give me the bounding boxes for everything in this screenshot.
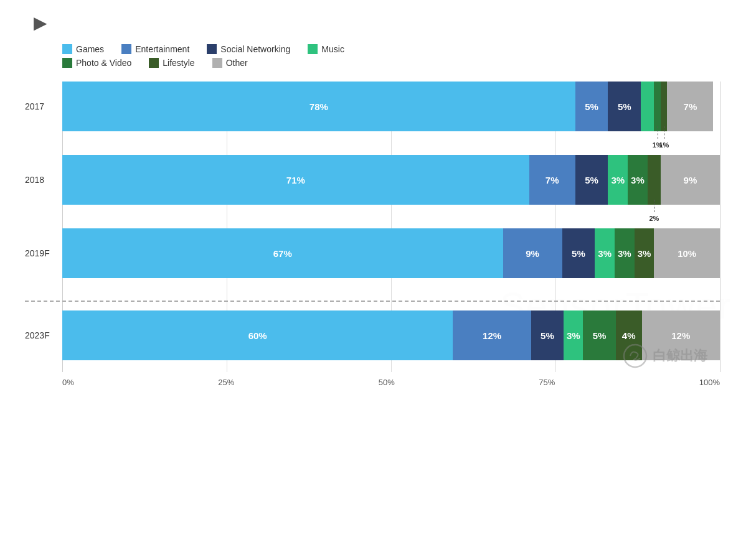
segment-2018-entertainment: 7% xyxy=(529,155,575,205)
legend-color-lifestyle xyxy=(149,58,159,68)
bar-2019F: 67%9%5%3%3%3%10% xyxy=(62,228,720,278)
segment-label-2023F-social_networking: 5% xyxy=(541,330,554,341)
legend-label-other: Other xyxy=(226,58,248,68)
callout-2018: 2% xyxy=(62,205,720,228)
segment-2017-social_networking: 5% xyxy=(608,82,641,131)
segment-label-2019F-entertainment: 9% xyxy=(526,248,539,259)
chart-legend: GamesEntertainmentSocial NetworkingMusic… xyxy=(62,44,726,68)
row-spacer-3 xyxy=(62,360,720,373)
bar-2023F: 60%12%5%3%5%4%12% xyxy=(62,310,720,360)
legend-color-photo_video xyxy=(62,58,72,68)
legend-item-games: Games xyxy=(62,44,104,54)
callout-line-photo xyxy=(658,126,658,139)
row-2017: 201778%5%5%7% xyxy=(62,82,720,131)
segment-2019F-social_networking: 5% xyxy=(562,228,595,278)
segment-2019F-other: 10% xyxy=(654,228,720,278)
row-2018: 201871%7%5%3%3%9% xyxy=(62,155,720,205)
segment-2018-other: 9% xyxy=(661,155,720,205)
segment-2019F-photo_video: 3% xyxy=(615,228,635,278)
segment-label-2019F-games: 67% xyxy=(273,248,292,259)
legend-color-other xyxy=(212,58,222,68)
segment-2019F-entertainment: 9% xyxy=(503,228,562,278)
header-arrow: ▶ xyxy=(34,12,47,33)
legend-item-social_networking: Social Networking xyxy=(207,44,290,54)
segment-label-2023F-games: 60% xyxy=(248,330,267,341)
segment-2023F-games: 60% xyxy=(62,310,453,360)
segment-label-2018-music: 3% xyxy=(611,175,625,185)
bar-2017: 78%5%5%7% xyxy=(62,82,720,131)
segment-label-2019F-music: 3% xyxy=(598,248,612,259)
legend-item-other: Other xyxy=(212,58,248,68)
segment-label-2023F-other: 12% xyxy=(671,330,690,341)
legend-label-lifestyle: Lifestyle xyxy=(163,58,194,68)
year-label-2023F: 2023F xyxy=(25,330,50,340)
segment-2018-social_networking: 5% xyxy=(575,155,608,205)
segment-label-2023F-lifestyle: 4% xyxy=(622,330,636,341)
x-axis: 0% 25% 50% 75% 100% xyxy=(62,378,720,387)
bar-2018: 71%7%5%3%3%9% xyxy=(62,155,720,205)
segment-label-2018-games: 71% xyxy=(286,175,305,185)
segment-label-2017-social_networking: 5% xyxy=(618,101,631,112)
segment-2019F-games: 67% xyxy=(62,228,503,278)
segment-label-2023F-photo_video: 5% xyxy=(593,330,607,341)
segment-label-2017-entertainment: 5% xyxy=(585,101,598,112)
legend-label-games: Games xyxy=(76,44,104,54)
legend-item-entertainment: Entertainment xyxy=(121,44,189,54)
dashed-line xyxy=(25,301,720,302)
segment-2017-lifestyle xyxy=(661,82,668,131)
row-2023F: 2023F60%12%5%3%5%4%12% xyxy=(62,310,720,360)
segment-label-2018-social_networking: 5% xyxy=(585,175,598,185)
row-2019F: 2019F67%9%5%3%3%3%10% xyxy=(62,228,720,278)
x-label-100: 100% xyxy=(699,378,720,387)
x-label-0: 0% xyxy=(62,378,74,387)
segment-label-2018-photo_video: 3% xyxy=(631,175,645,185)
legend-color-games xyxy=(62,44,72,54)
legend-label-music: Music xyxy=(321,44,344,54)
segment-label-2023F-music: 3% xyxy=(567,330,580,341)
x-label-75: 75% xyxy=(539,378,555,387)
row-spacer-2 xyxy=(62,278,720,291)
callout-text-2018-lifestyle: 2% xyxy=(649,215,659,222)
segment-2023F-other: 12% xyxy=(642,310,720,360)
chart-area: 201778%5%5%7% 1% 1% 201871%7%5%3%3%9% 2%… xyxy=(62,82,720,387)
segment-label-2017-games: 78% xyxy=(309,101,328,112)
segment-2019F-music: 3% xyxy=(595,228,615,278)
segment-2023F-social_networking: 5% xyxy=(531,310,564,360)
x-label-25: 25% xyxy=(218,378,234,387)
legend-label-social_networking: Social Networking xyxy=(220,44,290,54)
legend-label-entertainment: Entertainment xyxy=(135,44,189,54)
segment-2019F-lifestyle: 3% xyxy=(635,228,654,278)
segment-label-2019F-photo_video: 3% xyxy=(618,248,631,259)
segment-2023F-music: 3% xyxy=(564,310,583,360)
callout-line-lifestyle xyxy=(664,126,664,139)
chart-wrapper: SensorTower 201778%5%5%7% 1% 1% 201871%7… xyxy=(25,82,726,387)
segment-2023F-photo_video: 5% xyxy=(583,310,615,360)
legend-item-photo_video: Photo & Video xyxy=(62,58,131,68)
legend-color-social_networking xyxy=(207,44,217,54)
segment-2018-games: 71% xyxy=(62,155,529,205)
segment-label-2019F-other: 10% xyxy=(678,248,696,259)
segment-2023F-entertainment: 12% xyxy=(453,310,531,360)
segment-label-2017-other: 7% xyxy=(684,101,697,112)
segment-2018-photo_video: 3% xyxy=(628,155,648,205)
callout-2017: 1% 1% xyxy=(62,131,720,155)
callout-text-lifestyle: 1% xyxy=(659,141,669,149)
legend-item-lifestyle: Lifestyle xyxy=(149,58,194,68)
segment-2017-music xyxy=(641,82,654,131)
segment-2017-other: 7% xyxy=(667,82,713,131)
segment-2018-music: 3% xyxy=(608,155,628,205)
year-label-2017: 2017 xyxy=(25,101,44,111)
legend-color-entertainment xyxy=(121,44,131,54)
segment-label-2019F-lifestyle: 3% xyxy=(638,248,651,259)
segment-label-2018-entertainment: 7% xyxy=(546,175,559,185)
callout-line-2018-lifestyle xyxy=(654,200,654,212)
segment-label-2019F-social_networking: 5% xyxy=(572,248,585,259)
segment-2023F-lifestyle: 4% xyxy=(616,310,642,360)
segment-2017-entertainment: 5% xyxy=(575,82,608,131)
dashed-separator xyxy=(62,291,720,310)
segment-2018-lifestyle xyxy=(648,155,661,205)
segment-2017-games: 78% xyxy=(62,82,575,131)
x-label-50: 50% xyxy=(379,378,395,387)
legend-color-music xyxy=(308,44,318,54)
segment-label-2023F-entertainment: 12% xyxy=(483,330,501,341)
